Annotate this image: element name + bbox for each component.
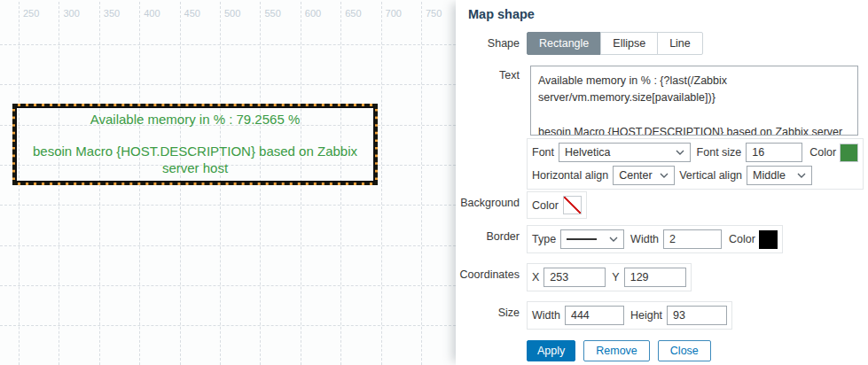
- grid-hline: [0, 285, 456, 286]
- size-width-label: Width: [532, 309, 560, 322]
- shape-option-line[interactable]: Line: [657, 32, 703, 55]
- ruler-tick-label: 400: [144, 8, 160, 19]
- coordinate-y-label: Y: [612, 271, 619, 283]
- border-group: Type Width Color: [527, 225, 783, 253]
- shape-label: Shape: [456, 37, 520, 50]
- horizontal-align-select[interactable]: Center: [613, 166, 675, 185]
- map-shape-panel: Map shape Shape Rectangle Ellipse Line T…: [456, 0, 868, 365]
- ruler-tick-label: 700: [386, 8, 402, 19]
- grid-hline: [0, 44, 456, 45]
- grid-vline: [421, 2, 422, 365]
- size-width-input[interactable]: [565, 306, 624, 325]
- font-color-swatch[interactable]: [840, 144, 858, 162]
- map-shape-selection[interactable]: Available memory in % : 79.2565 % besoin…: [12, 104, 378, 185]
- shape-option-rectangle[interactable]: Rectangle: [527, 32, 601, 55]
- ruler-tick-label: 600: [305, 8, 321, 19]
- remove-button[interactable]: Remove: [583, 340, 650, 361]
- coordinates-label: Coordinates: [456, 268, 520, 281]
- vertical-align-value: Middle: [753, 169, 786, 182]
- grid-hline: [0, 245, 456, 246]
- ruler-tick-label: 300: [63, 8, 79, 19]
- background-label: Background: [456, 197, 520, 209]
- size-height-label: Height: [630, 309, 662, 322]
- font-select[interactable]: Helvetica: [559, 143, 691, 162]
- border-color-swatch[interactable]: [759, 230, 778, 249]
- font-select-value: Helvetica: [565, 146, 610, 159]
- size-label: Size: [456, 307, 520, 319]
- coordinates-group: X Y: [527, 263, 692, 291]
- vertical-align-select[interactable]: Middle: [747, 166, 812, 185]
- font-size-label: Font size: [697, 146, 742, 159]
- vertical-align-label: Vertical align: [679, 169, 742, 182]
- solid-line-icon: [567, 238, 597, 240]
- border-type-select[interactable]: [560, 229, 624, 249]
- grid-hline: [0, 325, 456, 326]
- grid-hline: [0, 205, 456, 206]
- font-label: Font: [532, 146, 554, 159]
- ruler-tick-label: 550: [264, 8, 280, 19]
- panel-title: Map shape: [468, 7, 535, 21]
- apply-button[interactable]: Apply: [527, 340, 575, 361]
- coordinate-x-label: X: [532, 271, 539, 283]
- ruler-tick-label: 250: [23, 8, 39, 19]
- horizontal-align-value: Center: [619, 169, 653, 182]
- background-group: Color: [527, 191, 587, 219]
- grid-hline: [0, 84, 456, 85]
- shape-text-line2: besoin Macro {HOST.DESCRIPTION} based on…: [21, 144, 369, 177]
- border-type-label: Type: [532, 233, 556, 245]
- shape-text-input[interactable]: [530, 66, 858, 136]
- font-settings-group: Font Helvetica Font size Color Horizonta…: [527, 138, 864, 190]
- chevron-down-icon: [676, 150, 684, 155]
- horizontal-align-label: Horizontal align: [532, 169, 608, 182]
- size-height-input[interactable]: [667, 306, 727, 325]
- border-color-label: Color: [729, 233, 755, 245]
- shape-option-ellipse[interactable]: Ellipse: [600, 32, 658, 55]
- chevron-down-icon: [609, 237, 618, 242]
- close-button[interactable]: Close: [658, 340, 711, 361]
- text-label: Text: [456, 69, 520, 82]
- ruler-tick-label: 650: [345, 8, 361, 19]
- ruler-tick-label: 500: [224, 8, 240, 19]
- font-size-input[interactable]: [746, 143, 802, 162]
- font-color-label: Color: [809, 146, 836, 159]
- border-label: Border: [456, 230, 520, 243]
- chevron-down-icon: [797, 173, 806, 178]
- action-buttons: Apply Remove Close: [527, 340, 711, 361]
- ruler-tick-label: 350: [104, 8, 120, 19]
- border-width-input[interactable]: [663, 229, 722, 249]
- coordinate-y-input[interactable]: [624, 268, 686, 287]
- grid-vline: [381, 2, 382, 365]
- map-canvas[interactable]: 250300350400450500550600650700750 Availa…: [0, 0, 456, 365]
- ruler-tick-label: 750: [426, 8, 442, 19]
- size-group: Width Height: [527, 301, 732, 330]
- background-color-label: Color: [532, 199, 559, 212]
- shape-text-line1: Available memory in % : 79.2565 %: [90, 112, 301, 128]
- shape-type-segment: Rectangle Ellipse Line: [527, 32, 703, 55]
- border-width-label: Width: [630, 233, 659, 245]
- map-shape-rectangle[interactable]: Available memory in % : 79.2565 % besoin…: [15, 106, 375, 182]
- background-color-swatch[interactable]: [563, 196, 582, 214]
- chevron-down-icon: [660, 173, 669, 178]
- coordinate-x-input[interactable]: [543, 268, 606, 287]
- ruler-tick-label: 450: [184, 8, 200, 19]
